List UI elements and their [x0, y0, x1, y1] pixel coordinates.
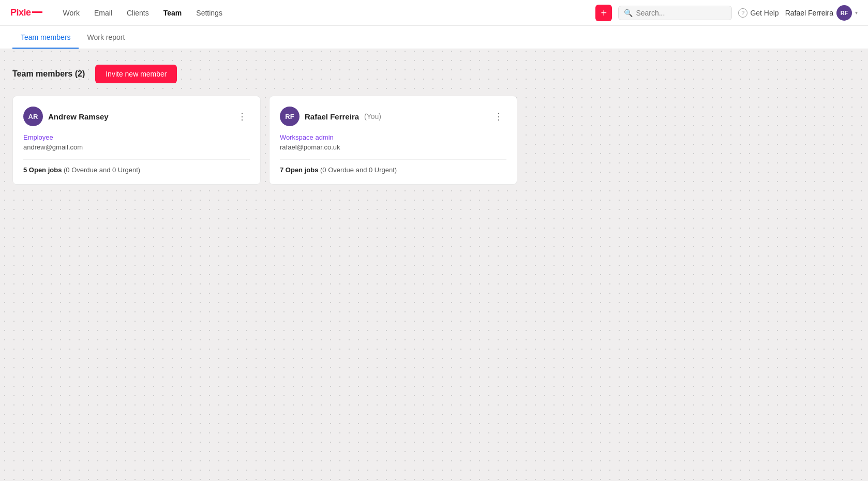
subtabs: Team members Work report	[0, 26, 868, 49]
logo-text: Pixie	[10, 7, 31, 18]
tab-work-report[interactable]: Work report	[79, 26, 133, 49]
jobs-count-1: 7 Open jobs	[280, 166, 318, 174]
member-name-1: Rafael Ferreira	[305, 112, 359, 121]
avatar-andrew: AR	[23, 107, 43, 126]
member-card-header-0: AR Andrew Ramsey ⋮	[23, 107, 250, 126]
member-jobs-1: 7 Open jobs (0 Overdue and 0 Urgent)	[280, 159, 506, 174]
nav-team[interactable]: Team	[157, 6, 188, 20]
jobs-detail-0: (0 Overdue and 0 Urgent)	[64, 166, 140, 174]
nav-settings[interactable]: Settings	[190, 6, 229, 20]
member-card-header-1: RF Rafael Ferreira (You) ⋮	[280, 107, 506, 126]
member-email-0: andrew@gmail.com	[23, 143, 250, 151]
chevron-down-icon: ▾	[855, 10, 858, 16]
main-content: Team members (2) Invite new member AR An…	[0, 49, 868, 200]
logo[interactable]: Pixie	[10, 7, 42, 18]
page-header: Team members (2) Invite new member	[12, 65, 856, 83]
add-button[interactable]: +	[595, 5, 612, 21]
page-title: Team members (2)	[12, 69, 85, 79]
member-info-0: AR Andrew Ramsey	[23, 107, 109, 126]
user-section[interactable]: Rafael Ferreira RF ▾	[785, 5, 858, 21]
logo-dash	[32, 11, 42, 13]
more-options-button-1[interactable]: ⋮	[491, 111, 506, 122]
member-jobs-0: 5 Open jobs (0 Overdue and 0 Urgent)	[23, 159, 250, 174]
member-info-1: RF Rafael Ferreira (You)	[280, 107, 381, 126]
search-icon: 🔍	[624, 9, 633, 17]
member-card-0: AR Andrew Ramsey ⋮ Employee andrew@gmail…	[12, 96, 261, 185]
avatar-rafael: RF	[280, 107, 300, 126]
help-label: Get Help	[750, 9, 779, 17]
avatar: RF	[836, 5, 852, 21]
nav-email[interactable]: Email	[88, 6, 118, 20]
members-grid: AR Andrew Ramsey ⋮ Employee andrew@gmail…	[12, 96, 856, 185]
jobs-count-0: 5 Open jobs	[23, 166, 62, 174]
help-button[interactable]: ? Get Help	[738, 8, 779, 18]
search-input[interactable]	[636, 9, 726, 17]
user-name: Rafael Ferreira	[785, 9, 833, 17]
invite-new-member-button[interactable]: Invite new member	[95, 65, 177, 83]
jobs-detail-1: (0 Overdue and 0 Urgent)	[320, 166, 397, 174]
nav-clients[interactable]: Clients	[121, 6, 155, 20]
nav-work[interactable]: Work	[57, 6, 86, 20]
member-email-1: rafael@pomar.co.uk	[280, 143, 506, 151]
nav-links: Work Email Clients Team Settings	[57, 6, 596, 20]
tab-team-members[interactable]: Team members	[12, 26, 79, 49]
member-role-1: Workspace admin	[280, 133, 506, 141]
more-options-button-0[interactable]: ⋮	[234, 111, 250, 122]
top-nav: Pixie Work Email Clients Team Settings +…	[0, 0, 868, 26]
member-card-1: RF Rafael Ferreira (You) ⋮ Workspace adm…	[269, 96, 517, 185]
member-role-0: Employee	[23, 133, 250, 141]
nav-right: + 🔍 ? Get Help Rafael Ferreira RF ▾	[595, 5, 858, 21]
member-you-label-1: (You)	[364, 112, 381, 121]
member-name-0: Andrew Ramsey	[48, 112, 109, 121]
search-box: 🔍	[618, 6, 732, 20]
help-icon: ?	[738, 8, 747, 18]
